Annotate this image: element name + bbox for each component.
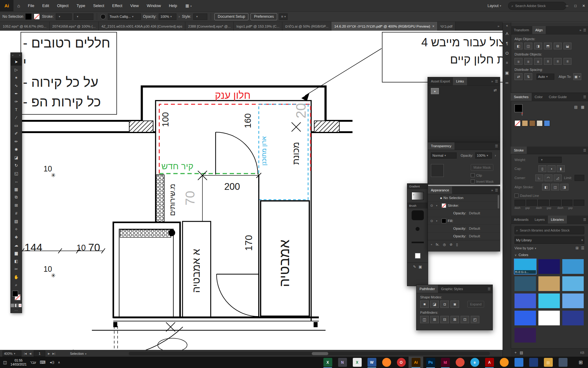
tab-graphic-styles[interactable]: Graphic Styles: [438, 285, 466, 293]
document-tab[interactable]: 2388 [Converted].eps* @...: [185, 22, 234, 31]
line-segment-tool[interactable]: ∕: [11, 113, 22, 121]
appearance-panel-icon[interactable]: ▣: [503, 68, 511, 78]
acrobat-taskbar-icon[interactable]: A: [482, 357, 497, 368]
gap-field[interactable]: [574, 200, 584, 206]
shape-mode-button[interactable]: ■: [420, 301, 429, 308]
touch-keyboard-icon[interactable]: ⌨: [40, 360, 46, 365]
library-select[interactable]: My Library: [514, 236, 584, 244]
close-toolbar-icon[interactable]: ×: [19, 54, 21, 57]
excel-doc-taskbar-icon[interactable]: X: [350, 357, 364, 368]
width-tool[interactable]: ↔: [11, 177, 22, 185]
document-tab[interactable]: בלגים.ai @ 50% (RGB/GP...: [282, 22, 331, 31]
symbol-sprayer-tool[interactable]: ☁: [11, 241, 22, 249]
clock[interactable]: 01:55 14/03/2021: [10, 358, 27, 366]
align-stroke-button[interactable]: ◨: [560, 184, 568, 190]
panel-collapse-icon[interactable]: »: [579, 28, 581, 32]
expand-panels-icon[interactable]: «: [503, 22, 511, 29]
pathfinder-button[interactable]: ⊟: [440, 316, 449, 323]
new-stroke-icon[interactable]: ▫: [431, 243, 432, 246]
grid-view-icon[interactable]: ⊞: [575, 246, 579, 250]
tab-libraries[interactable]: Libraries: [548, 216, 567, 224]
chevron-right-icon[interactable]: ›: [179, 14, 180, 19]
scrollbar[interactable]: [498, 195, 499, 209]
menu-item[interactable]: Edit: [38, 0, 53, 11]
library-folder-icon[interactable]: ▤: [520, 351, 523, 355]
maximize-button[interactable]: □: [571, 0, 580, 11]
pathfinder-button[interactable]: ⊠: [450, 316, 459, 323]
library-color-swatch[interactable]: [514, 276, 536, 291]
distribute-button[interactable]: ☰: [564, 58, 571, 65]
color-swatch[interactable]: [537, 120, 543, 126]
language-indicator[interactable]: עבר: [30, 361, 36, 364]
visibility-icon[interactable]: ⊙: [430, 204, 435, 208]
steel-app-taskbar-icon[interactable]: [556, 357, 570, 368]
gap-field[interactable]: [550, 200, 561, 206]
align-stroke-button[interactable]: ◧: [542, 184, 550, 190]
invert-mask-checkbox[interactable]: [471, 179, 475, 183]
document-tab[interactable]: 14.6.20 תכנית בנייה- זכריהו.pdf* @ 400% …: [331, 22, 437, 31]
color-swatch[interactable]: [514, 120, 521, 126]
lasso-tool[interactable]: ∿: [11, 82, 22, 90]
gradient-swatch[interactable]: [412, 192, 424, 200]
align-button[interactable]: ⬓: [564, 43, 571, 49]
library-color-swatch[interactable]: [538, 259, 560, 274]
edge-taskbar-icon[interactable]: e: [467, 357, 482, 368]
status-indicator[interactable]: Selection: [70, 352, 86, 355]
library-color-swatch[interactable]: [538, 293, 560, 308]
line-brush[interactable]: [407, 236, 428, 249]
menu-item[interactable]: View: [126, 0, 143, 11]
expand-button[interactable]: Expand: [467, 301, 484, 308]
tab-asset-export[interactable]: Asset Export: [428, 77, 453, 85]
shape-builder-tool[interactable]: ⧉: [11, 193, 22, 201]
direct-selection-tool[interactable]: ▷: [11, 66, 22, 74]
scrollbar-thumb[interactable]: [312, 352, 328, 355]
illustrator-taskbar-icon[interactable]: Ai: [409, 357, 423, 368]
menu-item[interactable]: Window: [143, 0, 165, 11]
attribute-swatch[interactable]: [442, 219, 446, 223]
gradient-tool[interactable]: ▧: [11, 217, 22, 225]
section-collapse-icon[interactable]: ∨: [514, 253, 517, 257]
opacity-dropdown[interactable]: 100%: [475, 152, 492, 159]
selection-tool[interactable]: ➤: [11, 58, 22, 66]
appearance-row[interactable]: Opacity: Default: [428, 225, 500, 232]
minimize-button[interactable]: ─: [563, 0, 571, 11]
library-color-swatch[interactable]: [562, 311, 584, 325]
first-artboard-icon[interactable]: |◀: [24, 352, 27, 355]
tab-transparency[interactable]: Transparency: [428, 142, 454, 150]
document-tab[interactable]: 4Z_2101.w019.n001.436A.p30.436 [Converte…: [99, 22, 185, 31]
paintbrush-tool[interactable]: ✐: [11, 129, 22, 137]
document-tab[interactable]: בינוי.pdf: [438, 22, 456, 31]
align-stroke-button[interactable]: ◫: [551, 184, 559, 190]
artboard-tool[interactable]: ◧: [11, 257, 22, 265]
appearance-row[interactable]: ■ No Selection: [428, 194, 500, 202]
menu-item[interactable]: Help: [165, 0, 181, 11]
graphic-style-dropdown[interactable]: [193, 13, 207, 20]
distribute-button[interactable]: |||: [524, 58, 532, 65]
next-artboard-icon[interactable]: ▶: [48, 352, 50, 355]
panel-collapse-icon[interactable]: »: [491, 188, 493, 192]
distribute-button[interactable]: ☰: [554, 58, 562, 65]
glyphs-panel-icon[interactable]: ⌗: [503, 58, 511, 68]
fill-stroke-proxy[interactable]: [11, 289, 22, 303]
stock-search-input[interactable]: ⌕ Search Adobe Stock: [508, 2, 566, 10]
tab-overflow-icon[interactable]: »: [494, 21, 503, 31]
arrange-documents-icon[interactable]: ▦: [185, 3, 192, 8]
zoom-tool[interactable]: ⌕: [11, 281, 22, 289]
magic-wand-tool[interactable]: ✶: [11, 74, 22, 82]
document-tab[interactable]: 20741658.eps* @ 100% (...: [50, 22, 99, 31]
speaker-icon[interactable]: ◄)): [49, 361, 54, 364]
library-color-swatch[interactable]: [562, 293, 584, 308]
distribute-button[interactable]: |||: [514, 58, 522, 65]
file-explorer-taskbar-icon[interactable]: ▤: [541, 357, 556, 368]
limit-field[interactable]: [575, 175, 584, 181]
layout-dropdown[interactable]: Layout: [488, 0, 501, 11]
dash-field[interactable]: [538, 200, 549, 206]
appearance-row[interactable]: Opacity: Default: [428, 232, 500, 240]
pathfinder-button[interactable]: ◫: [420, 316, 429, 323]
attribute-swatch[interactable]: [442, 203, 446, 208]
brush-definition-dropdown[interactable]: Touch Callig...: [108, 13, 141, 20]
spacing-value-dropdown[interactable]: Auto: [537, 74, 554, 80]
cap-button[interactable]: ▯: [538, 165, 546, 172]
mesh-tool[interactable]: #: [11, 209, 22, 217]
round-brush[interactable]: [407, 222, 428, 236]
